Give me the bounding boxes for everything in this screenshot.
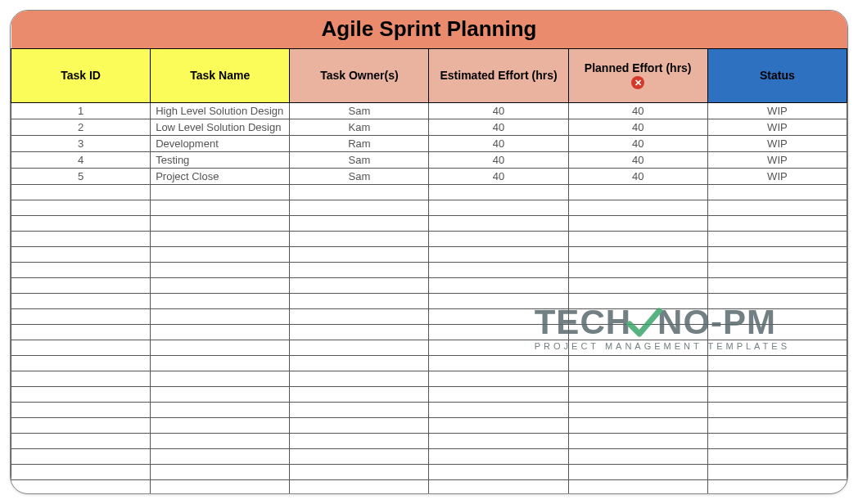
table-row-empty[interactable] bbox=[11, 324, 847, 340]
cell-empty[interactable] bbox=[290, 433, 429, 448]
col-header-status[interactable]: Status bbox=[707, 48, 847, 102]
cell-owner[interactable]: Sam bbox=[290, 168, 429, 184]
cell-empty[interactable] bbox=[11, 277, 151, 293]
cell-planned[interactable]: 40 bbox=[568, 119, 707, 135]
cell-empty[interactable] bbox=[290, 277, 429, 293]
cell-empty[interactable] bbox=[290, 479, 429, 494]
cell-estimated[interactable]: 40 bbox=[429, 151, 568, 168]
table-row-empty[interactable] bbox=[11, 262, 847, 277]
cell-empty[interactable] bbox=[568, 386, 707, 402]
cell-planned[interactable]: 40 bbox=[568, 102, 707, 119]
table-row-empty[interactable] bbox=[11, 479, 847, 494]
cell-task-id[interactable]: 2 bbox=[11, 119, 151, 135]
cell-empty[interactable] bbox=[11, 246, 151, 262]
cell-task-name[interactable]: Development bbox=[151, 135, 290, 151]
cell-empty[interactable] bbox=[429, 184, 568, 200]
cell-empty[interactable] bbox=[707, 262, 847, 277]
cell-empty[interactable] bbox=[151, 324, 290, 340]
cell-empty[interactable] bbox=[568, 308, 707, 324]
table-row-empty[interactable] bbox=[11, 184, 847, 200]
cell-empty[interactable] bbox=[290, 417, 429, 433]
cell-planned[interactable]: 40 bbox=[568, 151, 707, 168]
cell-empty[interactable] bbox=[707, 479, 847, 494]
cell-owner[interactable]: Ram bbox=[290, 135, 429, 151]
cell-empty[interactable] bbox=[568, 262, 707, 277]
cell-empty[interactable] bbox=[707, 246, 847, 262]
cell-empty[interactable] bbox=[151, 277, 290, 293]
table-row-empty[interactable] bbox=[11, 246, 847, 262]
cell-empty[interactable] bbox=[429, 371, 568, 386]
cell-planned[interactable]: 40 bbox=[568, 168, 707, 184]
table-row[interactable]: 5Project CloseSam4040WIP bbox=[11, 168, 847, 184]
cell-empty[interactable] bbox=[151, 340, 290, 355]
cell-empty[interactable] bbox=[707, 277, 847, 293]
cell-status[interactable]: WIP bbox=[707, 135, 847, 151]
cell-empty[interactable] bbox=[429, 231, 568, 246]
cell-empty[interactable] bbox=[429, 479, 568, 494]
cell-empty[interactable] bbox=[11, 371, 151, 386]
cell-task-id[interactable]: 1 bbox=[11, 102, 151, 119]
cell-empty[interactable] bbox=[290, 402, 429, 417]
cell-estimated[interactable]: 40 bbox=[429, 135, 568, 151]
cell-empty[interactable] bbox=[429, 277, 568, 293]
cell-empty[interactable] bbox=[707, 417, 847, 433]
table-row[interactable]: 4TestingSam4040WIP bbox=[11, 151, 847, 168]
cell-estimated[interactable]: 40 bbox=[429, 102, 568, 119]
cell-empty[interactable] bbox=[151, 479, 290, 494]
cell-task-id[interactable]: 4 bbox=[11, 151, 151, 168]
cell-task-name[interactable]: Low Level Solution Design bbox=[151, 119, 290, 135]
cell-empty[interactable] bbox=[11, 184, 151, 200]
cell-empty[interactable] bbox=[568, 448, 707, 464]
cell-empty[interactable] bbox=[429, 464, 568, 479]
table-row-empty[interactable] bbox=[11, 386, 847, 402]
cell-empty[interactable] bbox=[429, 355, 568, 371]
cell-empty[interactable] bbox=[290, 340, 429, 355]
cell-empty[interactable] bbox=[568, 464, 707, 479]
cell-planned[interactable]: 40 bbox=[568, 135, 707, 151]
table-row-empty[interactable] bbox=[11, 371, 847, 386]
cell-empty[interactable] bbox=[290, 324, 429, 340]
cell-task-id[interactable]: 3 bbox=[11, 135, 151, 151]
cell-empty[interactable] bbox=[429, 215, 568, 231]
cell-empty[interactable] bbox=[290, 308, 429, 324]
cell-empty[interactable] bbox=[707, 433, 847, 448]
cell-empty[interactable] bbox=[707, 371, 847, 386]
table-row-empty[interactable] bbox=[11, 340, 847, 355]
cell-empty[interactable] bbox=[11, 262, 151, 277]
cell-empty[interactable] bbox=[290, 246, 429, 262]
cell-empty[interactable] bbox=[290, 215, 429, 231]
table-row[interactable]: 1High Level Solution DesignSam4040WIP bbox=[11, 102, 847, 119]
cell-empty[interactable] bbox=[151, 371, 290, 386]
cell-empty[interactable] bbox=[707, 293, 847, 308]
cell-empty[interactable] bbox=[568, 231, 707, 246]
cell-empty[interactable] bbox=[429, 262, 568, 277]
cell-empty[interactable] bbox=[568, 433, 707, 448]
table-row-empty[interactable] bbox=[11, 433, 847, 448]
cell-empty[interactable] bbox=[429, 200, 568, 215]
table-row-empty[interactable] bbox=[11, 231, 847, 246]
cell-empty[interactable] bbox=[429, 386, 568, 402]
cell-estimated[interactable]: 40 bbox=[429, 119, 568, 135]
table-row-empty[interactable] bbox=[11, 215, 847, 231]
cell-empty[interactable] bbox=[429, 324, 568, 340]
cell-empty[interactable] bbox=[568, 479, 707, 494]
cell-empty[interactable] bbox=[290, 200, 429, 215]
cell-empty[interactable] bbox=[151, 293, 290, 308]
cell-empty[interactable] bbox=[429, 402, 568, 417]
cell-empty[interactable] bbox=[429, 417, 568, 433]
cell-empty[interactable] bbox=[290, 448, 429, 464]
cell-empty[interactable] bbox=[568, 324, 707, 340]
cell-status[interactable]: WIP bbox=[707, 119, 847, 135]
cell-empty[interactable] bbox=[290, 355, 429, 371]
cell-empty[interactable] bbox=[151, 231, 290, 246]
cell-empty[interactable] bbox=[707, 184, 847, 200]
cell-empty[interactable] bbox=[290, 262, 429, 277]
cell-owner[interactable]: Kam bbox=[290, 119, 429, 135]
cell-empty[interactable] bbox=[151, 215, 290, 231]
table-row-empty[interactable] bbox=[11, 277, 847, 293]
cell-empty[interactable] bbox=[568, 293, 707, 308]
cell-empty[interactable] bbox=[151, 200, 290, 215]
cell-empty[interactable] bbox=[707, 448, 847, 464]
cell-empty[interactable] bbox=[568, 200, 707, 215]
cell-empty[interactable] bbox=[707, 355, 847, 371]
